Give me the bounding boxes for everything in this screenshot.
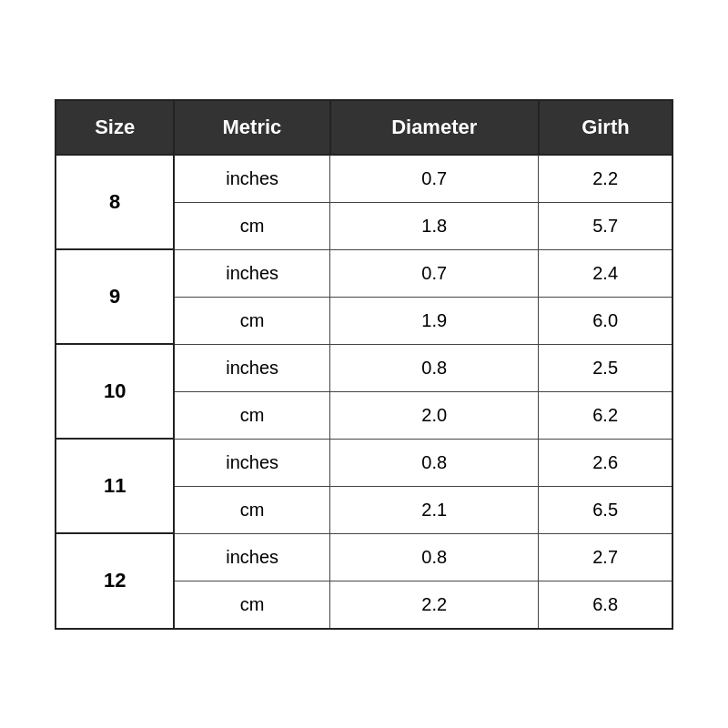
table-container: Size Metric Diameter Girth 8inches0.72.2…: [55, 99, 673, 630]
size-cell-9: 9: [56, 249, 174, 344]
diameter-cell: 0.7: [330, 155, 539, 203]
metric-cell: inches: [174, 249, 329, 297]
diameter-cell: 2.0: [330, 391, 539, 439]
metric-cell: inches: [174, 344, 329, 391]
metric-cell: cm: [174, 581, 329, 629]
header-diameter: Diameter: [330, 100, 539, 155]
metric-cell: inches: [174, 533, 329, 581]
girth-cell: 2.5: [539, 344, 672, 391]
girth-cell: 6.2: [539, 391, 672, 439]
size-cell-12: 12: [56, 533, 174, 629]
diameter-cell: 1.9: [330, 297, 539, 344]
girth-cell: 6.5: [539, 486, 672, 533]
diameter-cell: 2.2: [330, 581, 539, 629]
table-row: 8inches0.72.2: [56, 155, 672, 203]
table-row: 9inches0.72.4: [56, 249, 672, 297]
girth-cell: 6.8: [539, 581, 672, 629]
header-girth: Girth: [539, 100, 672, 155]
girth-cell: 2.6: [539, 439, 672, 486]
metric-cell: inches: [174, 155, 329, 203]
header-metric: Metric: [174, 100, 329, 155]
size-cell-10: 10: [56, 344, 174, 439]
header-row: Size Metric Diameter Girth: [56, 100, 672, 155]
diameter-cell: 0.8: [330, 533, 539, 581]
metric-cell: cm: [174, 202, 329, 249]
diameter-cell: 0.8: [330, 439, 539, 486]
table-row: 12inches0.82.7: [56, 533, 672, 581]
girth-cell: 5.7: [539, 202, 672, 249]
metric-cell: cm: [174, 391, 329, 439]
header-size: Size: [56, 100, 174, 155]
table-row: 11inches0.82.6: [56, 439, 672, 486]
metric-cell: inches: [174, 439, 329, 486]
diameter-cell: 0.8: [330, 344, 539, 391]
girth-cell: 6.0: [539, 297, 672, 344]
metric-cell: cm: [174, 486, 329, 533]
diameter-cell: 1.8: [330, 202, 539, 249]
girth-cell: 2.7: [539, 533, 672, 581]
girth-cell: 2.4: [539, 249, 672, 297]
girth-cell: 2.2: [539, 155, 672, 203]
diameter-cell: 0.7: [330, 249, 539, 297]
diameter-cell: 2.1: [330, 486, 539, 533]
metric-cell: cm: [174, 297, 329, 344]
size-table: Size Metric Diameter Girth 8inches0.72.2…: [55, 99, 673, 630]
size-cell-8: 8: [56, 155, 174, 250]
size-cell-11: 11: [56, 439, 174, 533]
table-row: 10inches0.82.5: [56, 344, 672, 391]
